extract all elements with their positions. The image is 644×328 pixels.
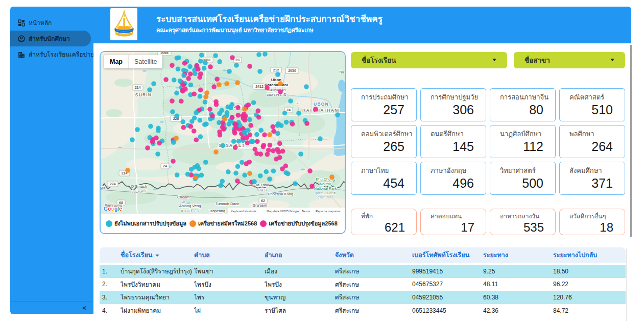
school-map-marker[interactable] bbox=[266, 148, 271, 153]
school-map-marker[interactable] bbox=[233, 145, 238, 150]
school-map-marker[interactable] bbox=[252, 179, 257, 184]
school-map-marker[interactable] bbox=[231, 139, 236, 144]
school-map-marker[interactable] bbox=[198, 118, 203, 123]
school-map-marker[interactable] bbox=[194, 110, 199, 115]
school-map-marker[interactable] bbox=[194, 137, 199, 142]
school-map-marker[interactable] bbox=[278, 89, 283, 94]
school-map-marker[interactable] bbox=[148, 124, 153, 129]
school-map-marker[interactable] bbox=[188, 83, 194, 88]
school-map-marker[interactable] bbox=[241, 116, 246, 121]
school-map-marker[interactable] bbox=[130, 137, 135, 142]
school-map-marker[interactable] bbox=[204, 121, 209, 127]
school-map-marker[interactable] bbox=[227, 122, 232, 127]
school-map-marker[interactable] bbox=[274, 157, 279, 162]
school-map-marker[interactable] bbox=[198, 94, 203, 99]
school-map-marker[interactable] bbox=[174, 113, 179, 118]
school-map-marker[interactable] bbox=[157, 141, 162, 146]
table-column-header[interactable]: ชื่อโรงเรียน bbox=[100, 247, 194, 263]
school-map-marker[interactable] bbox=[329, 174, 335, 180]
school-map-marker[interactable] bbox=[203, 160, 208, 165]
school-map-marker[interactable] bbox=[194, 63, 199, 68]
school-map-marker[interactable] bbox=[318, 136, 323, 141]
sidebar-item-students[interactable]: สำหรับนักศึกษา bbox=[10, 31, 91, 46]
school-map-marker[interactable] bbox=[275, 147, 280, 152]
school-map-marker[interactable] bbox=[307, 168, 313, 173]
school-map-marker[interactable] bbox=[251, 100, 256, 105]
school-map-marker[interactable] bbox=[258, 173, 263, 179]
school-name-dropdown[interactable]: ชื่อโรงเรียน bbox=[351, 52, 507, 68]
school-map-marker[interactable] bbox=[335, 112, 340, 117]
school-map-marker[interactable] bbox=[309, 184, 315, 189]
school-map-marker[interactable] bbox=[267, 132, 272, 137]
table-column-header[interactable]: ระยะทาง bbox=[483, 247, 553, 263]
satellite-button[interactable]: Satellite bbox=[129, 55, 162, 68]
vertical-scrollbar-thumb[interactable] bbox=[630, 45, 632, 237]
school-map-marker[interactable] bbox=[150, 137, 155, 142]
school-map-marker[interactable] bbox=[186, 76, 191, 81]
school-map-marker[interactable] bbox=[218, 183, 223, 188]
school-map-marker[interactable] bbox=[192, 91, 197, 96]
school-map-marker[interactable] bbox=[188, 71, 193, 77]
school-map-marker[interactable] bbox=[258, 128, 264, 133]
table-column-header[interactable]: ระยะทางไปกลับ bbox=[553, 247, 626, 263]
school-map-marker[interactable] bbox=[179, 99, 184, 104]
school-map-marker[interactable] bbox=[304, 121, 309, 126]
school-map-marker[interactable] bbox=[211, 84, 217, 89]
school-map-marker[interactable] bbox=[180, 88, 185, 93]
school-map-marker[interactable] bbox=[232, 129, 237, 134]
school-map-marker[interactable] bbox=[246, 128, 251, 133]
school-map-marker[interactable] bbox=[288, 98, 293, 104]
school-map-marker[interactable] bbox=[226, 169, 231, 174]
school-map-marker[interactable] bbox=[242, 173, 247, 178]
school-map-marker[interactable] bbox=[171, 140, 176, 145]
school-map-marker[interactable] bbox=[203, 60, 208, 65]
school-map-marker[interactable] bbox=[290, 121, 295, 127]
school-map-marker[interactable] bbox=[282, 111, 288, 116]
school-map-marker[interactable] bbox=[174, 91, 179, 96]
school-map-marker[interactable] bbox=[235, 179, 240, 184]
school-map-marker[interactable] bbox=[214, 102, 219, 107]
school-map-marker[interactable] bbox=[198, 88, 203, 93]
school-map-marker[interactable] bbox=[198, 59, 203, 64]
school-map-marker[interactable] bbox=[271, 168, 276, 173]
school-map-marker[interactable] bbox=[248, 123, 253, 128]
school-map-marker[interactable] bbox=[257, 69, 263, 74]
school-map-marker[interactable] bbox=[203, 94, 208, 99]
school-map-marker[interactable] bbox=[213, 53, 218, 58]
school-map-marker[interactable] bbox=[193, 165, 198, 170]
school-map-marker[interactable] bbox=[172, 78, 177, 83]
school-map-marker[interactable] bbox=[163, 77, 169, 82]
school-map-marker[interactable] bbox=[202, 66, 207, 71]
school-map-marker[interactable] bbox=[233, 171, 238, 176]
google-map[interactable]: 2066208323212205024122142422622624214224… bbox=[101, 52, 345, 214]
school-map-marker[interactable] bbox=[224, 81, 229, 86]
school-map-marker[interactable] bbox=[278, 81, 283, 86]
school-map-marker[interactable] bbox=[256, 52, 261, 57]
table-column-header[interactable]: จังหวัด bbox=[335, 247, 412, 263]
sidebar-item-network-schools[interactable]: สำหรับโรงเรียนเครือข่าย bbox=[10, 46, 93, 62]
school-map-marker[interactable] bbox=[284, 120, 289, 125]
school-map-marker[interactable] bbox=[264, 169, 269, 174]
school-map-marker[interactable] bbox=[236, 113, 241, 118]
school-map-marker[interactable] bbox=[275, 123, 280, 128]
school-map-marker[interactable] bbox=[175, 172, 180, 178]
school-map-marker[interactable] bbox=[280, 166, 285, 171]
school-map-marker[interactable] bbox=[270, 124, 275, 130]
school-map-marker[interactable] bbox=[283, 170, 289, 175]
school-map-marker[interactable] bbox=[197, 75, 202, 80]
school-map-marker[interactable] bbox=[261, 144, 266, 149]
school-map-marker[interactable] bbox=[135, 127, 140, 132]
school-map-marker[interactable] bbox=[181, 73, 186, 78]
school-map-marker[interactable] bbox=[220, 179, 225, 184]
school-map-marker[interactable] bbox=[180, 119, 185, 124]
school-map-marker[interactable] bbox=[258, 152, 264, 157]
school-map-marker[interactable] bbox=[247, 117, 252, 122]
school-map-marker[interactable] bbox=[217, 82, 222, 87]
school-map-marker[interactable] bbox=[235, 105, 241, 110]
school-map-marker[interactable] bbox=[256, 115, 261, 120]
school-map-marker[interactable] bbox=[230, 115, 235, 120]
school-map-marker[interactable] bbox=[198, 134, 203, 139]
school-map-marker[interactable] bbox=[240, 160, 245, 165]
school-map-marker[interactable] bbox=[255, 139, 260, 144]
sidebar-collapse-button[interactable]: < bbox=[10, 301, 93, 314]
